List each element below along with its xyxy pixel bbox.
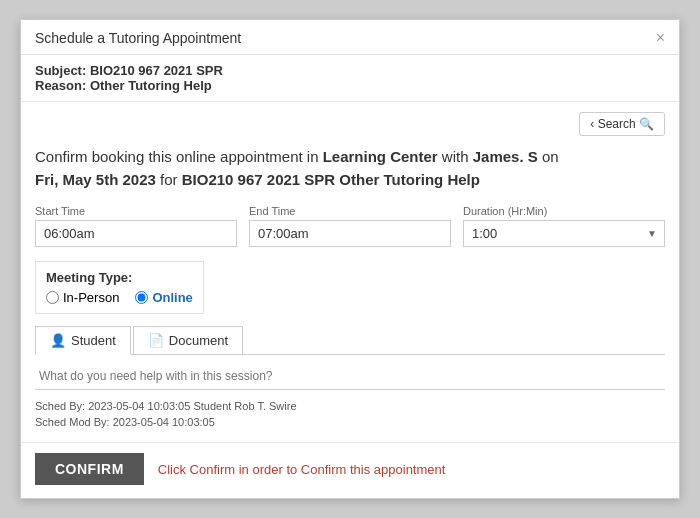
sched-by: Sched By: 2023-05-04 10:03:05 Student Ro…: [35, 400, 665, 412]
duration-field: Duration (Hr:Min) 1:00 ▼: [463, 205, 665, 247]
modal-container: Schedule a Tutoring Appointment × Subjec…: [20, 19, 680, 499]
end-time-input[interactable]: [249, 220, 451, 247]
meeting-type-section: Meeting Type: In-Person Online: [35, 261, 204, 314]
duration-label: Duration (Hr:Min): [463, 205, 665, 217]
time-row: Start Time End Time Duration (Hr:Min) 1:…: [35, 205, 665, 247]
start-time-input[interactable]: [35, 220, 237, 247]
tab-document[interactable]: 📄 Document: [133, 326, 243, 354]
radio-group: In-Person Online: [46, 290, 193, 305]
duration-select[interactable]: 1:00: [463, 220, 665, 247]
end-time-field: End Time: [249, 205, 451, 247]
confirm-text: Confirm booking this online appointment …: [35, 146, 665, 191]
reason-label: Reason:: [35, 78, 86, 93]
modal-body: ‹ Search 🔍 Confirm booking this online a…: [21, 102, 679, 442]
search-button[interactable]: ‹ Search 🔍: [579, 112, 665, 136]
reason-value: Other Tutoring Help: [90, 78, 212, 93]
document-icon: 📄: [148, 333, 164, 348]
radio-in-person[interactable]: In-Person: [46, 290, 119, 305]
session-help-input[interactable]: [35, 363, 665, 390]
close-button[interactable]: ×: [656, 30, 665, 46]
appt-date: Fri, May 5th 2023: [35, 171, 156, 188]
tab-student[interactable]: 👤 Student: [35, 326, 131, 355]
tab-student-label: Student: [71, 333, 116, 348]
meeting-type-label: Meeting Type:: [46, 270, 193, 285]
modal-subheader: Subject: BIO210 967 2021 SPR Reason: Oth…: [21, 55, 679, 102]
sched-mod-by: Sched Mod By: 2023-05-04 10:03:05: [35, 416, 665, 428]
tutor-name: James. S: [473, 148, 538, 165]
person-icon: 👤: [50, 333, 66, 348]
radio-in-person-label: In-Person: [63, 290, 119, 305]
modal-footer: CONFIRM Click Confirm in order to Confir…: [21, 442, 679, 495]
start-time-label: Start Time: [35, 205, 237, 217]
tab-document-label: Document: [169, 333, 228, 348]
confirm-hint: Click Confirm in order to Confirm this a…: [158, 462, 446, 477]
subject-value: BIO210 967 2021 SPR: [90, 63, 223, 78]
reason-row: Reason: Other Tutoring Help: [35, 78, 665, 93]
center-name: Learning Center: [323, 148, 438, 165]
radio-in-person-input[interactable]: [46, 291, 59, 304]
search-btn-row: ‹ Search 🔍: [35, 112, 665, 136]
tabs-row: 👤 Student 📄 Document: [35, 326, 665, 355]
subject-row: Subject: BIO210 967 2021 SPR: [35, 63, 665, 78]
appt-subject: BIO210 967 2021 SPR Other Tutoring Help: [182, 171, 480, 188]
radio-online-label: Online: [152, 290, 192, 305]
modal-title: Schedule a Tutoring Appointment: [35, 30, 241, 46]
start-time-field: Start Time: [35, 205, 237, 247]
end-time-label: End Time: [249, 205, 451, 217]
modal-header: Schedule a Tutoring Appointment ×: [21, 20, 679, 55]
subject-label: Subject:: [35, 63, 86, 78]
radio-online-input[interactable]: [135, 291, 148, 304]
radio-online[interactable]: Online: [135, 290, 192, 305]
confirm-button[interactable]: CONFIRM: [35, 453, 144, 485]
